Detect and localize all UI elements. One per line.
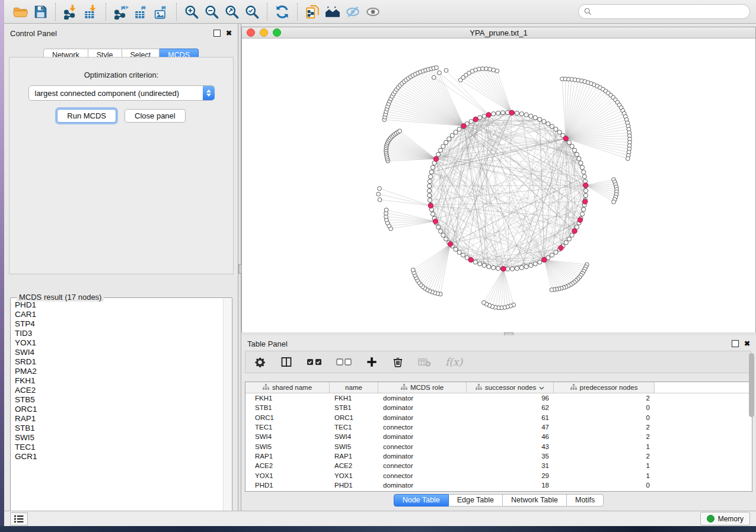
mcds-result-item[interactable]: SWI5 bbox=[15, 433, 223, 443]
ring-node[interactable] bbox=[482, 114, 486, 118]
table-row[interactable]: STB1STB1dominator620 bbox=[245, 403, 752, 412]
ring-node[interactable] bbox=[554, 127, 558, 132]
ring-node[interactable] bbox=[570, 144, 574, 148]
split-columns-icon[interactable] bbox=[280, 354, 292, 370]
leaf-node[interactable] bbox=[432, 75, 436, 79]
mcds-result-item[interactable]: TEC1 bbox=[15, 443, 223, 452]
leaf-node[interactable] bbox=[626, 156, 630, 161]
cell-mcds-role[interactable]: dominator bbox=[378, 414, 467, 421]
mcds-result-list[interactable]: PHD1CAR1STP4TID3YOX1SWI4SRD1PMA2FKH1ACE2… bbox=[11, 300, 223, 520]
mcds-hub-node[interactable] bbox=[468, 257, 473, 262]
ring-node[interactable] bbox=[575, 152, 579, 156]
cell-successor-nodes[interactable]: 43 bbox=[467, 443, 554, 450]
cell-name[interactable]: STB1 bbox=[330, 404, 378, 411]
mcds-hub-node[interactable] bbox=[583, 183, 588, 188]
cell-name[interactable]: YOX1 bbox=[330, 472, 378, 479]
ring-node[interactable] bbox=[529, 114, 533, 118]
leaf-node[interactable] bbox=[384, 208, 388, 212]
cell-successor-nodes[interactable]: 96 bbox=[467, 395, 554, 402]
ring-node[interactable] bbox=[496, 266, 500, 270]
mcds-result-item[interactable]: GCR1 bbox=[15, 452, 223, 462]
leaf-node[interactable] bbox=[612, 200, 616, 204]
mcds-hub-node[interactable] bbox=[509, 110, 514, 115]
table-row[interactable]: RAP1RAP1dominator352 bbox=[245, 451, 752, 461]
mcds-hub-node[interactable] bbox=[486, 113, 491, 117]
mcds-result-item[interactable]: STB5 bbox=[15, 395, 223, 405]
cell-shared-name[interactable]: TEC1 bbox=[245, 424, 330, 431]
ring-node[interactable] bbox=[542, 120, 546, 124]
show-all-icon[interactable] bbox=[363, 2, 383, 21]
ring-node[interactable] bbox=[430, 165, 435, 169]
delete-icon[interactable] bbox=[392, 354, 404, 370]
mcds-result-item[interactable]: TID3 bbox=[15, 329, 223, 338]
mcds-result-item[interactable]: CAR1 bbox=[15, 310, 223, 319]
mcds-hub-node[interactable] bbox=[448, 242, 452, 246]
ring-node[interactable] bbox=[444, 237, 448, 241]
mcds-result-item[interactable]: ORC1 bbox=[15, 405, 223, 414]
cell-mcds-role[interactable]: dominator bbox=[378, 433, 467, 440]
column-header-mcds-role[interactable]: MCDS role bbox=[378, 382, 467, 393]
cell-mcds-role[interactable]: dominator bbox=[378, 482, 467, 489]
cell-mcds-role[interactable]: dominator bbox=[378, 404, 467, 411]
network-canvas[interactable] bbox=[242, 39, 755, 332]
ring-node[interactable] bbox=[577, 156, 581, 161]
table-row[interactable]: PHD1PHD1dominator180 bbox=[245, 480, 752, 490]
tab-edge-table[interactable]: Edge Table bbox=[449, 494, 503, 507]
mcds-result-item[interactable]: ACE2 bbox=[15, 386, 223, 395]
float-panel-icon[interactable] bbox=[732, 340, 739, 347]
table-row[interactable]: ORC1ORC1dominator610 bbox=[245, 413, 752, 422]
mcds-result-item[interactable]: STP4 bbox=[15, 319, 223, 329]
cell-successor-nodes[interactable]: 46 bbox=[467, 433, 554, 440]
cell-name[interactable]: FKH1 bbox=[330, 395, 378, 402]
ring-node[interactable] bbox=[538, 260, 542, 264]
ring-node[interactable] bbox=[582, 207, 586, 211]
leaf-node[interactable] bbox=[484, 67, 489, 71]
leaf-node[interactable] bbox=[482, 300, 486, 305]
ring-node[interactable] bbox=[482, 263, 486, 267]
cell-shared-name[interactable]: YOX1 bbox=[245, 472, 330, 479]
ring-node[interactable] bbox=[457, 127, 461, 132]
leaf-node[interactable] bbox=[550, 288, 554, 292]
import-table-icon[interactable] bbox=[81, 2, 101, 21]
cell-shared-name[interactable]: STB1 bbox=[245, 404, 330, 411]
cell-shared-name[interactable]: SWI5 bbox=[245, 443, 330, 450]
mcds-hub-node[interactable] bbox=[433, 156, 438, 161]
cell-predecessor-nodes[interactable]: 1 bbox=[554, 462, 655, 469]
ring-node[interactable] bbox=[510, 267, 514, 271]
cell-name[interactable]: ACE2 bbox=[330, 462, 378, 469]
cell-successor-nodes[interactable]: 18 bbox=[467, 482, 554, 489]
mcds-hub-node[interactable] bbox=[559, 245, 563, 250]
ring-node[interactable] bbox=[570, 233, 574, 237]
cell-predecessor-nodes[interactable]: 0 bbox=[554, 414, 655, 421]
ring-node[interactable] bbox=[454, 130, 458, 134]
leaf-node[interactable] bbox=[378, 198, 382, 202]
leaf-node[interactable] bbox=[378, 187, 382, 191]
cell-predecessor-nodes[interactable]: 2 bbox=[554, 424, 655, 431]
cell-predecessor-nodes[interactable]: 1 bbox=[554, 472, 655, 479]
ring-node[interactable] bbox=[533, 116, 537, 120]
ring-node[interactable] bbox=[429, 175, 433, 179]
mcds-result-item[interactable]: PMA2 bbox=[15, 367, 223, 376]
ring-node[interactable] bbox=[429, 170, 433, 174]
table-row[interactable]: SWI5SWI5connector431 bbox=[245, 441, 752, 451]
import-network-icon[interactable] bbox=[60, 2, 81, 21]
copy-network-icon[interactable] bbox=[302, 2, 323, 21]
column-header-shared-name[interactable]: shared name bbox=[245, 382, 330, 393]
cell-name[interactable]: ORC1 bbox=[330, 414, 378, 421]
ring-node[interactable] bbox=[538, 117, 542, 121]
first-neighbors-icon[interactable] bbox=[323, 2, 343, 21]
ring-node[interactable] bbox=[428, 198, 432, 202]
ring-node[interactable] bbox=[546, 121, 550, 126]
leaf-node[interactable] bbox=[488, 67, 492, 71]
cell-mcds-role[interactable]: dominator bbox=[378, 453, 467, 460]
mcds-hub-node[interactable] bbox=[501, 267, 506, 271]
ring-node[interactable] bbox=[428, 184, 432, 188]
table-row[interactable]: FKH1FKH1dominator962 bbox=[245, 393, 752, 403]
leaf-node[interactable] bbox=[495, 69, 499, 73]
table-row[interactable]: ACE2ACE2connector311 bbox=[245, 461, 752, 470]
ring-node[interactable] bbox=[515, 111, 519, 115]
cell-mcds-role[interactable]: connector bbox=[378, 443, 467, 450]
search-box[interactable] bbox=[578, 4, 750, 19]
cell-predecessor-nodes[interactable]: 2 bbox=[554, 453, 655, 460]
cell-shared-name[interactable]: PHD1 bbox=[245, 482, 330, 489]
